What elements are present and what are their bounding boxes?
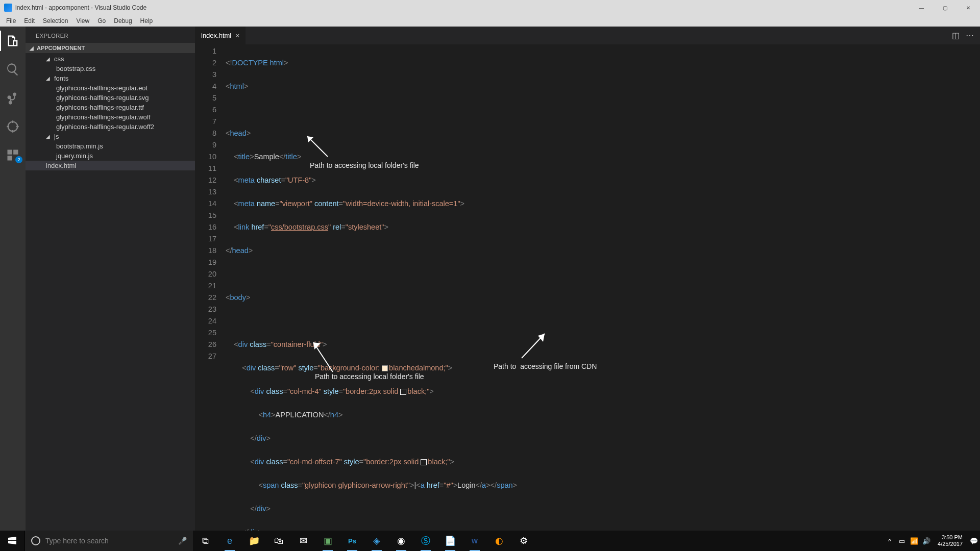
task-settings[interactable]: ⚙: [511, 531, 536, 551]
tray-chevron-up-icon[interactable]: ^: [884, 537, 896, 545]
windows-icon: [8, 537, 16, 545]
tab-close-icon[interactable]: ×: [235, 32, 239, 40]
tree-file[interactable]: glyphicons-halflings-regular.woff2: [26, 122, 195, 132]
cortana-icon: [31, 536, 40, 545]
task-skype[interactable]: Ⓢ: [413, 531, 438, 551]
tab-label: index.html: [201, 32, 231, 39]
explorer-section-header[interactable]: ◢ APPCOMPONENT: [26, 43, 195, 53]
git-icon: [6, 91, 20, 105]
menu-file[interactable]: File: [2, 17, 20, 24]
tree-file[interactable]: glyphicons-halflings-regular.eot: [26, 83, 195, 93]
tree-folder[interactable]: ◢css: [26, 54, 195, 64]
tree-file[interactable]: glyphicons-halflings-regular.ttf: [26, 103, 195, 112]
minimize-button[interactable]: —: [910, 0, 933, 15]
activity-scm[interactable]: [0, 88, 26, 108]
titlebar: index.html - appcomponent - Visual Studi…: [0, 0, 980, 15]
system-tray: ^ ▭ 📶 🔊 3:50 PM 4/25/2017 💬: [884, 531, 980, 551]
svg-point-0: [8, 122, 18, 132]
tray-battery-icon[interactable]: ▭: [896, 537, 908, 545]
tray-notifications-icon[interactable]: 💬: [968, 537, 980, 545]
task-store[interactable]: 🛍: [266, 531, 291, 551]
taskbar-clock[interactable]: 3:50 PM 4/25/2017: [933, 534, 968, 547]
task-view-icon[interactable]: ⧉: [193, 531, 217, 551]
section-name: APPCOMPONENT: [37, 45, 85, 51]
vscode-icon: [4, 4, 12, 12]
tree-file[interactable]: index.html: [26, 161, 195, 170]
task-app1[interactable]: ▣: [315, 531, 340, 551]
menu-help[interactable]: Help: [136, 17, 157, 24]
bug-icon: [6, 119, 20, 134]
menu-selection[interactable]: Selection: [39, 17, 72, 24]
start-button[interactable]: [0, 531, 24, 551]
search-placeholder: Type here to search: [45, 537, 109, 545]
task-vscode[interactable]: ◈: [364, 531, 389, 551]
tree-file[interactable]: jquery.min.js: [26, 151, 195, 161]
menu-view[interactable]: View: [72, 17, 93, 24]
tree-folder[interactable]: ◢js: [26, 132, 195, 141]
activity-search[interactable]: [0, 59, 26, 80]
menu-edit[interactable]: Edit: [20, 17, 39, 24]
editor-tabs: index.html × ◫ ⋯: [195, 27, 980, 44]
file-tree: ◢cssbootstrap.css◢fontsglyphicons-halfli…: [26, 53, 195, 171]
line-gutter: 1234567891011121314151617181920212223242…: [195, 44, 226, 551]
chevron-down-icon: ◢: [46, 56, 51, 62]
sidebar-title: EXPLORER: [26, 27, 195, 43]
menu-go[interactable]: Go: [93, 17, 110, 24]
tree-file[interactable]: bootstrap.css: [26, 64, 195, 73]
window-title: index.html - appcomponent - Visual Studi…: [15, 4, 146, 11]
activity-explorer[interactable]: [0, 31, 26, 51]
mic-icon[interactable]: 🎤: [178, 537, 187, 545]
taskbar: Type here to search 🎤 ⧉ e 📁 🛍 ✉ ▣ Ps ◈ ◉…: [0, 531, 980, 551]
maximize-button[interactable]: ▢: [933, 0, 957, 15]
task-mail[interactable]: ✉: [291, 531, 315, 551]
taskbar-search[interactable]: Type here to search 🎤: [24, 531, 193, 551]
task-word[interactable]: W: [462, 531, 487, 551]
chevron-down-icon: ◢: [46, 134, 51, 139]
task-firefox[interactable]: ◐: [487, 531, 511, 551]
activity-extensions[interactable]: 2: [0, 145, 26, 165]
tray-volume-icon[interactable]: 🔊: [920, 537, 933, 545]
tree-folder[interactable]: ◢fonts: [26, 73, 195, 83]
files-icon: [6, 34, 20, 48]
code-content[interactable]: <!DOCTYPE html> <html> <head> <title>Sam…: [226, 44, 980, 551]
chevron-down-icon: ◢: [30, 45, 35, 51]
tab-index-html[interactable]: index.html ×: [195, 27, 246, 44]
activity-debug[interactable]: [0, 116, 26, 137]
tree-file[interactable]: bootstrap.min.js: [26, 141, 195, 151]
task-edge[interactable]: e: [217, 531, 242, 551]
task-photoshop[interactable]: Ps: [340, 531, 364, 551]
task-notepad[interactable]: 📄: [438, 531, 462, 551]
editor: index.html × ◫ ⋯ 12345678910111213141516…: [195, 27, 980, 531]
task-chrome[interactable]: ◉: [389, 531, 413, 551]
tree-file[interactable]: glyphicons-halflings-regular.svg: [26, 93, 195, 103]
more-actions-icon[interactable]: ⋯: [966, 31, 974, 40]
menu-debug[interactable]: Debug: [110, 17, 136, 24]
scm-badge: 2: [15, 156, 22, 163]
close-button[interactable]: ✕: [957, 0, 980, 15]
tree-file[interactable]: glyphicons-halflings-regular.woff: [26, 112, 195, 122]
tray-wifi-icon[interactable]: 📶: [908, 537, 920, 545]
task-file-explorer[interactable]: 📁: [242, 531, 266, 551]
activity-bar: 2: [0, 27, 26, 531]
sidebar-explorer: EXPLORER ◢ APPCOMPONENT ◢cssbootstrap.cs…: [26, 27, 195, 531]
menubar: File Edit Selection View Go Debug Help: [0, 15, 980, 27]
split-editor-icon[interactable]: ◫: [952, 31, 960, 40]
search-icon: [6, 62, 20, 77]
chevron-down-icon: ◢: [46, 76, 51, 81]
